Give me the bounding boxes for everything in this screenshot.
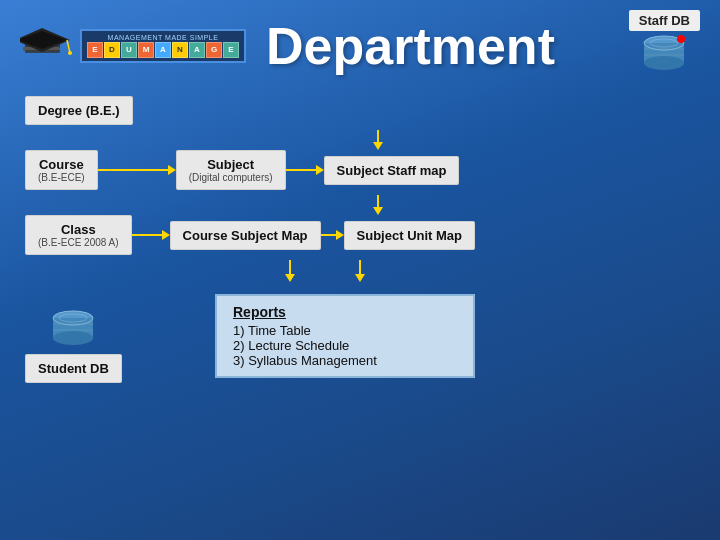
logo-letter-ge: G	[206, 42, 222, 58]
degree-row: Degree (B.E.)	[25, 96, 695, 125]
v-arrow-head-4	[355, 274, 365, 282]
logo-letter-n: N	[172, 42, 188, 58]
svg-line-6	[67, 40, 70, 53]
logo-letter-u: U	[121, 42, 137, 58]
logo-letter-ag: A	[189, 42, 205, 58]
degree-box: Degree (B.E.)	[25, 96, 133, 125]
logo-row: E D U M A N A G E	[87, 42, 239, 58]
subject-unit-map-box: Subject Unit Map	[344, 221, 475, 250]
logo-area: MANAGEMENT MADE SIMPLE E D U M A N A G E	[20, 23, 246, 68]
to-reports-arrows	[285, 260, 695, 282]
graduation-cap-icon	[20, 23, 75, 68]
svg-point-18	[53, 331, 93, 345]
student-db-icon	[48, 310, 98, 352]
database-icon	[639, 35, 689, 77]
svg-point-10	[644, 56, 684, 70]
logo-letter-d: D	[104, 42, 120, 58]
course-subject-map-box: Course Subject Map	[170, 221, 321, 250]
subject-staff-map-box: Subject Staff map	[324, 156, 460, 185]
course-box: Course (B.E-ECE)	[25, 150, 98, 190]
student-db-area: Student DB	[25, 310, 122, 383]
page-content: MANAGEMENT MADE SIMPLE E D U M A N A G E…	[0, 0, 720, 540]
main-diagram: Degree (B.E.) Course (B.E-ECE) Subject (…	[0, 91, 720, 383]
degree-to-course-arrow	[61, 130, 695, 150]
csm-to-sum-arrow	[321, 230, 344, 240]
subject-box: Subject (Digital computers)	[176, 150, 286, 190]
staff-db-area: Staff DB	[629, 10, 700, 81]
subject-to-staff-map-arrow	[286, 165, 324, 175]
course-to-subject-arrow	[98, 165, 176, 175]
reports-section: Reports 1) Time Table 2) Lecture Schedul…	[215, 294, 475, 378]
class-box: Class (B.E-ECE 2008 A)	[25, 215, 132, 255]
course-to-class-arrow	[61, 195, 695, 215]
v-line-1	[377, 130, 379, 142]
v-line-2	[377, 195, 379, 207]
svg-point-14	[677, 35, 685, 43]
logo-letter-e: E	[87, 42, 103, 58]
logo-letter-e2: E	[223, 42, 239, 58]
logo-slogan: MANAGEMENT MADE SIMPLE	[87, 34, 239, 41]
staff-db-icon	[639, 35, 689, 81]
reports-item-2: 2) Lecture Schedule	[233, 338, 457, 353]
course-subject-row: Course (B.E-ECE) Subject (Digital comput…	[25, 150, 695, 190]
reports-title: Reports	[233, 304, 457, 320]
class-maps-row: Class (B.E-ECE 2008 A) Course Subject Ma…	[25, 215, 695, 255]
class-to-csm-arrow	[132, 230, 170, 240]
reports-item-3: 3) Syllabus Management	[233, 353, 457, 368]
v-line-4	[359, 260, 361, 274]
header: MANAGEMENT MADE SIMPLE E D U M A N A G E…	[0, 0, 720, 91]
student-db-label: Student DB	[25, 354, 122, 383]
logo-text-block: MANAGEMENT MADE SIMPLE E D U M A N A G E	[80, 29, 246, 63]
v-arrow-head-2	[373, 207, 383, 215]
v-arrow-head-3	[285, 274, 295, 282]
v-line-3	[289, 260, 291, 274]
v-arrow-head-1	[373, 142, 383, 150]
reports-item-1: 1) Time Table	[233, 323, 457, 338]
logo-letter-m: M	[138, 42, 154, 58]
staff-db-label: Staff DB	[629, 10, 700, 31]
page-title: Department	[266, 16, 555, 76]
svg-point-7	[68, 51, 72, 55]
logo-letter-a: A	[155, 42, 171, 58]
